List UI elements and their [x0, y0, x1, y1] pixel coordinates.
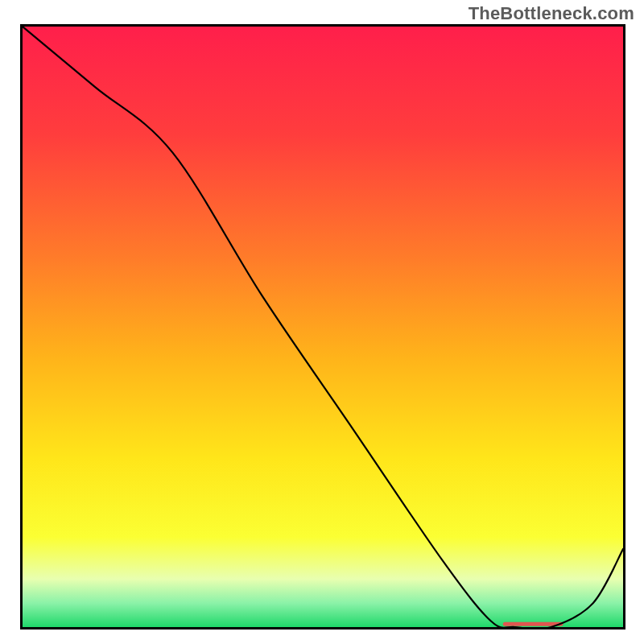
- chart-frame: TheBottleneck.com: [0, 0, 644, 644]
- plot-area: [20, 24, 625, 630]
- chart-svg: [23, 27, 623, 627]
- chart-background-gradient: [23, 27, 623, 627]
- watermark-text: TheBottleneck.com: [469, 3, 634, 24]
